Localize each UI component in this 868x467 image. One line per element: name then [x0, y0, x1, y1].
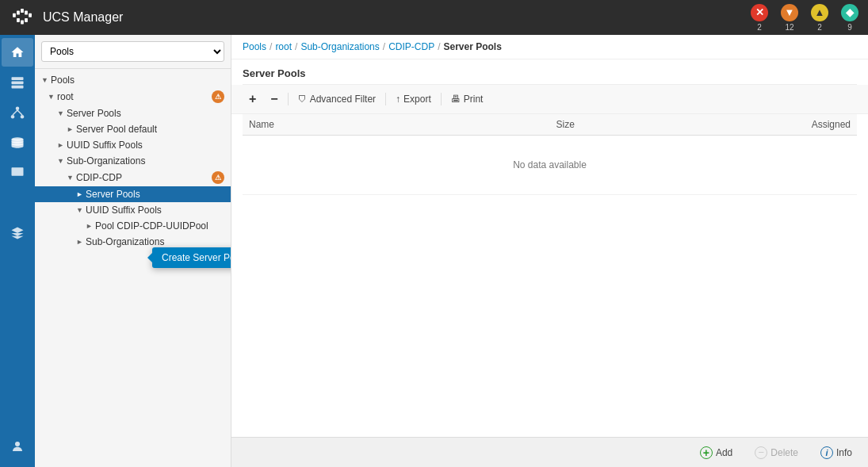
cisco-logo-icon	[10, 9, 35, 26]
info-bottom-button[interactable]: i Info	[816, 444, 857, 461]
minor-icon: ▲	[811, 4, 828, 21]
icon-sidebar	[0, 35, 35, 467]
breadcrumb: Pools / root / Sub-Organizations / CDIP-…	[231, 35, 868, 59]
svg-rect-17	[12, 167, 24, 176]
col-assigned: Assigned	[734, 114, 857, 136]
sidebar-icon-admin[interactable]	[2, 219, 33, 247]
main-layout: Pools ▼ Pools ▼ root ⚠ ▼ Server Pools ► …	[0, 35, 868, 467]
tree-item-pools[interactable]: ▼ Pools	[35, 72, 231, 88]
toolbar-sep-1	[288, 93, 289, 105]
tree-dropdown[interactable]: Pools	[41, 41, 224, 62]
print-button[interactable]: 🖶 Print	[445, 91, 490, 107]
bottom-bar: + Add − Delete i Info	[231, 437, 868, 467]
svg-rect-10	[12, 86, 24, 89]
label-pools: Pools	[51, 75, 224, 86]
sidebar-icon-server[interactable]	[2, 68, 33, 97]
arrow-sub-org: ▼	[57, 157, 67, 165]
export-icon: ↑	[396, 94, 400, 105]
context-menu[interactable]: Create Server Pool	[152, 247, 231, 268]
warning-count: 12	[785, 23, 793, 32]
add-bottom-button[interactable]: + Add	[695, 444, 737, 461]
topbar: UCS Manager ✕ 2 ▼ 12 ▲ 2 ◆ 9	[0, 0, 868, 35]
toolbar-sep-2	[385, 93, 386, 105]
breadcrumb-cdip[interactable]: CDIP-CDP	[388, 41, 434, 52]
label-server-pools: Server Pools	[67, 108, 224, 119]
sidebar-icon-network[interactable]	[2, 98, 33, 127]
label-cdip: CDIP-CDP	[76, 172, 208, 183]
col-name: Name	[243, 114, 550, 136]
tree-item-server-pool-default[interactable]: ► Server Pool default	[35, 121, 231, 137]
sidebar-icon-user[interactable]	[2, 432, 33, 461]
col-size: Size	[550, 114, 735, 136]
warning-icon: ▼	[781, 4, 798, 21]
svg-point-18	[15, 442, 20, 446]
export-button[interactable]: ↑ Export	[389, 91, 438, 107]
svg-point-12	[11, 115, 15, 119]
logo-area: UCS Manager	[10, 9, 123, 26]
alert-area: ✕ 2 ▼ 12 ▲ 2 ◆ 9	[751, 4, 858, 32]
svg-rect-4	[29, 13, 32, 17]
tree-item-uuid-suffix[interactable]: ► UUID Suffix Pools	[35, 137, 231, 153]
label-sub-cdp: Sub-Organizations	[86, 236, 224, 247]
info-bottom-label: Info	[836, 447, 852, 458]
critical-count: 2	[757, 23, 762, 32]
cdip-badge: ⚠	[212, 171, 224, 184]
label-pool-cdip: Pool CDIP-CDP-UUIDPool	[95, 220, 224, 232]
arrow-uuid: ►	[57, 141, 67, 149]
sidebar-icon-storage[interactable]	[2, 128, 33, 157]
label-uuid-cdp: UUID Suffix Pools	[86, 205, 224, 216]
tree-selector[interactable]: Pools	[35, 35, 231, 69]
label-root: root	[57, 91, 208, 102]
arrow-uuid-cdp: ▼	[76, 206, 86, 214]
svg-rect-7	[21, 20, 24, 24]
svg-rect-5	[17, 18, 20, 22]
sidebar-icon-policy[interactable]	[2, 189, 33, 217]
tree-item-cdip-cdp[interactable]: ▼ CDIP-CDP ⚠	[35, 169, 231, 186]
remove-button[interactable]: −	[264, 90, 284, 109]
critical-alert[interactable]: ✕ 2	[751, 4, 768, 32]
sep-3: /	[383, 41, 385, 52]
sep-2: /	[295, 41, 297, 52]
tree-sidebar: Pools ▼ Pools ▼ root ⚠ ▼ Server Pools ► …	[35, 35, 231, 467]
print-icon: 🖶	[451, 94, 461, 105]
filter-icon: ⛉	[298, 94, 307, 104]
warning-alert[interactable]: ▼ 12	[781, 4, 798, 32]
table-container: Name Size Assigned No data available	[231, 114, 868, 437]
delete-bottom-button[interactable]: − Delete	[750, 444, 803, 461]
breadcrumb-sub-org[interactable]: Sub-Organizations	[300, 41, 379, 52]
svg-line-14	[13, 110, 17, 115]
tree-item-sub-org[interactable]: ▼ Sub-Organizations	[35, 153, 231, 169]
info-alert[interactable]: ◆ 9	[841, 4, 858, 32]
svg-point-13	[21, 115, 25, 119]
info-count: 9	[847, 23, 852, 32]
breadcrumb-root[interactable]: root	[275, 41, 292, 52]
context-menu-label: Create Server Pool	[162, 252, 231, 263]
tree-item-pool-cdip[interactable]: ► Pool CDIP-CDP-UUIDPool	[35, 218, 231, 234]
label-uuid: UUID Suffix Pools	[67, 140, 224, 151]
add-button[interactable]: +	[243, 90, 262, 109]
info-alert-icon: ◆	[841, 4, 858, 21]
tree-item-server-pools[interactable]: ▼ Server Pools	[35, 105, 231, 121]
no-data-row: No data available	[243, 136, 857, 195]
main-content: Pools / root / Sub-Organizations / CDIP-…	[231, 35, 868, 467]
sep-4: /	[438, 41, 440, 52]
arrow-sub-cdp: ►	[76, 238, 86, 246]
svg-rect-2	[25, 11, 28, 15]
tree-item-server-pools-cdp[interactable]: ► Server Pools	[35, 186, 231, 202]
toolbar-sep-3	[441, 93, 442, 105]
root-badge: ⚠	[212, 90, 224, 103]
minor-alert[interactable]: ▲ 2	[811, 4, 828, 32]
critical-icon: ✕	[751, 4, 768, 21]
filter-button[interactable]: ⛉ Advanced Filter	[292, 91, 382, 107]
tree-item-root[interactable]: ▼ root ⚠	[35, 88, 231, 105]
arrow-pools: ▼	[41, 76, 51, 84]
svg-rect-0	[21, 9, 24, 13]
arrow-sp-default: ►	[67, 125, 76, 133]
breadcrumb-pools[interactable]: Pools	[243, 41, 266, 52]
arrow-cdip: ▼	[67, 174, 76, 182]
sidebar-icon-vm[interactable]	[2, 159, 33, 187]
sidebar-icon-home[interactable]	[2, 38, 33, 67]
add-bottom-icon: +	[700, 446, 713, 459]
remove-icon: −	[270, 92, 277, 106]
tree-item-uuid-cdp[interactable]: ▼ UUID Suffix Pools	[35, 202, 231, 218]
